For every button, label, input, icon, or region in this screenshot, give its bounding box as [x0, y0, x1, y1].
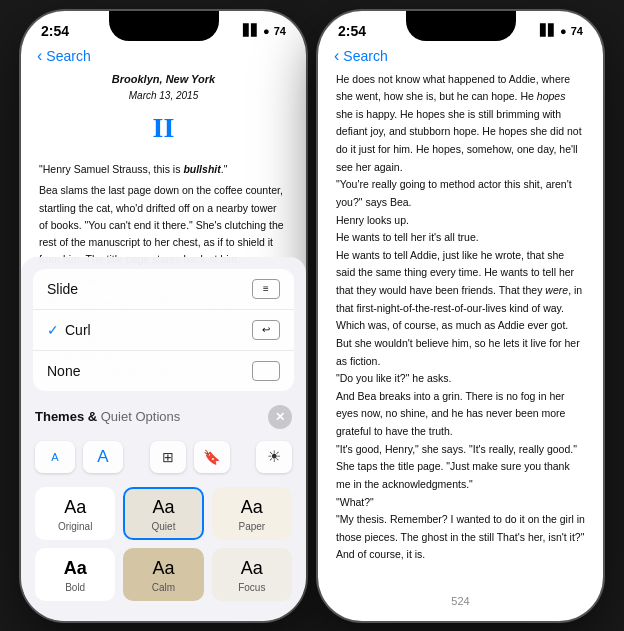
- theme-focus-aa: Aa: [241, 558, 263, 579]
- theme-original-aa: Aa: [64, 497, 86, 518]
- right-phone-book: He does not know what happened to Addie,…: [318, 71, 603, 561]
- font-controls: ⊞ 🔖: [131, 441, 248, 473]
- theme-focus-label: Focus: [238, 582, 265, 593]
- slide-option-slide[interactable]: Slide ≡: [33, 269, 294, 310]
- slide-icon: ≡: [252, 279, 280, 299]
- display-options-button[interactable]: ☀: [256, 441, 292, 473]
- notch: [109, 11, 219, 41]
- back-arrow-left: ‹: [37, 47, 42, 65]
- slide-option-none[interactable]: None: [33, 351, 294, 391]
- wifi-icon-right: ●: [560, 25, 567, 37]
- font-size-row: A A ⊞ 🔖 ☀: [21, 435, 306, 479]
- book-date: March 13, 2015: [39, 88, 288, 104]
- curl-check: ✓: [47, 322, 59, 338]
- theme-original[interactable]: Aa Original: [35, 487, 115, 540]
- signal-icon-right: ▋▋: [540, 24, 556, 37]
- font-decrease-button[interactable]: A: [35, 441, 75, 473]
- back-label-left[interactable]: Search: [46, 48, 90, 64]
- font-layout-button[interactable]: ⊞: [150, 441, 186, 473]
- slide-options: Slide ≡ ✓ Curl ↩ None: [33, 269, 294, 391]
- page-number: 524: [318, 591, 603, 611]
- theme-original-label: Original: [58, 521, 92, 532]
- theme-bold-label: Bold: [65, 582, 85, 593]
- para2: Bea slams the last page down on the coff…: [39, 182, 288, 269]
- left-phone: 2:54 ▋▋ ● 74 ‹ Search Brooklyn, New York…: [21, 11, 306, 621]
- nav-bar-right[interactable]: ‹ Search: [318, 43, 603, 71]
- slide-option-curl[interactable]: ✓ Curl ↩: [33, 310, 294, 351]
- signal-icon: ▋▋: [243, 24, 259, 37]
- theme-calm-label: Calm: [152, 582, 175, 593]
- nav-bar-left[interactable]: ‹ Search: [21, 43, 306, 71]
- theme-paper[interactable]: Aa Paper: [212, 487, 292, 540]
- battery-icon: 74: [274, 25, 286, 37]
- battery-icon-right: 74: [571, 25, 583, 37]
- font-bookmark-button[interactable]: 🔖: [194, 441, 230, 473]
- right-book-text: He does not know what happened to Addie,…: [336, 71, 585, 561]
- back-label-right[interactable]: Search: [343, 48, 387, 64]
- theme-quiet-aa: Aa: [152, 497, 174, 518]
- theme-bold[interactable]: Aa Bold: [35, 548, 115, 601]
- theme-paper-label: Paper: [238, 521, 265, 532]
- themes-header: Themes & Quiet Options ✕: [21, 399, 306, 435]
- font-increase-button[interactable]: A: [83, 441, 123, 473]
- font-large-label: A: [97, 447, 108, 467]
- phones-container: 2:54 ▋▋ ● 74 ‹ Search Brooklyn, New York…: [21, 11, 603, 621]
- notch-right: [406, 11, 516, 41]
- none-label: None: [47, 363, 80, 379]
- themes-title: Themes & Quiet Options: [35, 409, 180, 424]
- back-arrow-right: ‹: [334, 47, 339, 65]
- theme-quiet-label: Quiet: [152, 521, 176, 532]
- status-icons-right: ▋▋ ● 74: [540, 24, 583, 37]
- theme-paper-aa: Aa: [241, 497, 263, 518]
- overlay-panel: Slide ≡ ✓ Curl ↩ None Themes & Qui: [21, 257, 306, 621]
- right-phone: 2:54 ▋▋ ● 74 ‹ Search He does not know w…: [318, 11, 603, 621]
- theme-quiet[interactable]: Aa Quiet: [123, 487, 203, 540]
- theme-calm-aa: Aa: [152, 558, 174, 579]
- time-left: 2:54: [41, 23, 69, 39]
- theme-bold-aa: Aa: [64, 558, 87, 579]
- theme-grid: Aa Original Aa Quiet Aa Paper Aa Bold: [21, 479, 306, 601]
- close-button[interactable]: ✕: [268, 405, 292, 429]
- curl-icon: ↩: [252, 320, 280, 340]
- wifi-icon: ●: [263, 25, 270, 37]
- book-header: Brooklyn, New York March 13, 2015 II: [39, 71, 288, 151]
- font-small-label: A: [51, 451, 58, 463]
- status-icons-left: ▋▋ ● 74: [243, 24, 286, 37]
- para1: "Henry Samuel Strauss, this is bullshit.…: [39, 161, 288, 178]
- theme-focus[interactable]: Aa Focus: [212, 548, 292, 601]
- curl-label: Curl: [65, 322, 252, 338]
- time-right: 2:54: [338, 23, 366, 39]
- chapter-number: II: [39, 106, 288, 151]
- slide-label: Slide: [47, 281, 78, 297]
- book-location: Brooklyn, New York: [39, 71, 288, 89]
- theme-calm[interactable]: Aa Calm: [123, 548, 203, 601]
- none-icon: [252, 361, 280, 381]
